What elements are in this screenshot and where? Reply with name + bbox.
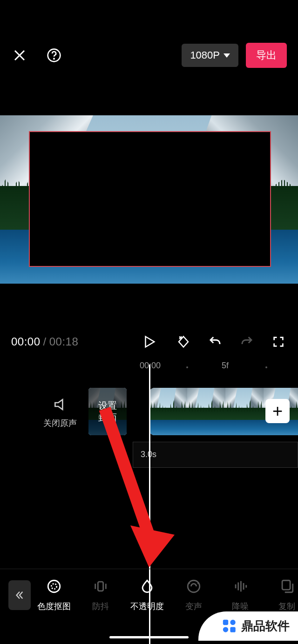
play-icon [142, 334, 156, 350]
mute-toggle[interactable]: 关闭原声 [39, 397, 81, 429]
chevron-double-left-icon [14, 590, 25, 600]
svg-point-23 [230, 619, 235, 624]
watermark-icon [222, 618, 237, 634]
help-button[interactable] [46, 47, 62, 64]
svg-marker-4 [146, 337, 155, 347]
tool-voicefx-icon [186, 578, 202, 596]
redo-icon [240, 335, 254, 349]
svg-rect-12 [98, 582, 103, 591]
home-indicator [109, 636, 189, 638]
resolution-button[interactable]: 1080P [182, 44, 238, 67]
tool-opacity-icon [139, 578, 155, 596]
preview-area[interactable] [0, 115, 298, 284]
time-current: 00:00 [11, 335, 41, 348]
export-button[interactable]: 导出 [246, 43, 287, 68]
tool-denoise-icon [232, 578, 248, 596]
cover-label: 设置 封面 [98, 399, 117, 424]
tool-chroma-label: 色度抠图 [37, 601, 71, 612]
fullscreen-button[interactable] [270, 333, 287, 350]
audio-duration-label: 3.0s [133, 442, 298, 459]
tool-denoise[interactable]: 降噪 [217, 578, 264, 612]
svg-rect-21 [282, 580, 290, 590]
play-button[interactable] [141, 333, 157, 350]
speaker-icon [53, 397, 68, 412]
keyframe-button[interactable] [175, 333, 192, 350]
svg-point-15 [188, 580, 200, 592]
expand-icon [272, 335, 285, 348]
top-bar: 1080P 导出 [0, 43, 298, 68]
svg-point-24 [223, 627, 228, 632]
chevron-down-icon [224, 53, 230, 58]
collapse-button[interactable] [8, 580, 31, 610]
timeline[interactable]: 关闭原声 设置 封面 + 3.0s [0, 381, 298, 558]
tool-opacity-label: 不透明度 [130, 601, 164, 612]
tool-opacity[interactable]: 不透明度 [124, 578, 170, 612]
time-duration: 00:18 [49, 335, 79, 348]
tool-chroma-icon [46, 578, 62, 596]
topbar-right: 1080P 导出 [182, 43, 287, 68]
watermark: 鼎品软件 [198, 611, 298, 641]
topbar-left [11, 47, 62, 64]
tool-stabilize[interactable]: 防抖 [77, 578, 124, 612]
redo-button[interactable] [238, 333, 255, 350]
svg-rect-25 [230, 627, 235, 632]
add-clip-button[interactable]: + [265, 399, 290, 423]
time-display: 00:00/00:18 [11, 335, 78, 348]
tool-copy-icon [279, 578, 295, 596]
tool-denoise-label: 降噪 [232, 601, 249, 612]
tool-voicefx[interactable]: 变声 [170, 578, 217, 612]
transport-right [175, 333, 287, 350]
plus-icon: + [272, 401, 283, 421]
audio-clip[interactable]: 3.0s [133, 442, 298, 468]
tool-stabilize-icon [93, 578, 108, 596]
help-icon [47, 48, 61, 63]
overlay-selection[interactable] [29, 131, 271, 267]
undo-icon [208, 335, 222, 349]
set-cover-button[interactable]: 设置 封面 [88, 388, 127, 435]
resolution-label: 1080P [190, 49, 220, 61]
close-icon [13, 48, 27, 62]
tool-chroma[interactable]: 色度抠图 [31, 578, 77, 612]
ruler-mark-5f: 5f [222, 361, 229, 371]
svg-rect-22 [223, 619, 228, 624]
undo-button[interactable] [207, 333, 224, 350]
tool-copy-label: 复制 [278, 601, 295, 612]
tool-list: 色度抠图防抖不透明度变声降噪复制 [31, 578, 298, 612]
export-label: 导出 [256, 49, 277, 61]
svg-point-3 [54, 59, 54, 60]
watermark-text: 鼎品软件 [241, 618, 290, 634]
svg-point-11 [51, 584, 56, 589]
tool-stabilize-label: 防抖 [92, 601, 109, 612]
close-button[interactable] [11, 47, 28, 64]
transport-bar: 00:00/00:18 [0, 330, 298, 353]
tool-voicefx-label: 变声 [185, 601, 202, 612]
keyframe-icon [176, 335, 190, 349]
svg-point-10 [48, 580, 60, 592]
mute-label: 关闭原声 [39, 418, 81, 429]
tool-copy[interactable]: 复制 [264, 578, 298, 612]
